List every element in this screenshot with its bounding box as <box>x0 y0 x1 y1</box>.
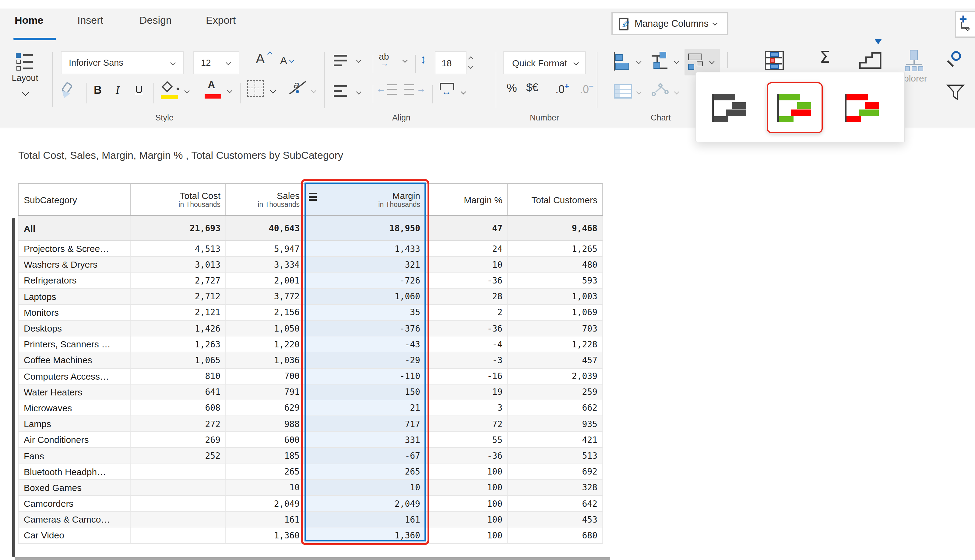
cell[interactable]: 269 <box>130 432 225 447</box>
row-label[interactable]: Boxed Games <box>18 480 130 495</box>
cell[interactable]: 988 <box>225 416 304 431</box>
shrink-font-button[interactable]: A <box>280 55 298 73</box>
line-chart-button-disabled[interactable] <box>652 83 670 100</box>
search-icon[interactable] <box>947 51 965 70</box>
clear-format-button[interactable]: a <box>289 79 309 100</box>
cell[interactable]: 9,468 <box>507 216 603 240</box>
cell[interactable]: 457 <box>507 353 603 368</box>
filter-funnel-icon[interactable] <box>947 84 965 101</box>
explorer-hierarchy-icon[interactable] <box>905 50 923 72</box>
bar-chart-button[interactable] <box>614 52 632 70</box>
cell[interactable]: -110 <box>304 368 425 383</box>
cell[interactable]: 642 <box>507 496 603 511</box>
cell[interactable]: -36 <box>425 273 507 288</box>
row-height-icon[interactable]: ↕ <box>420 52 426 66</box>
variance-option-neutral[interactable] <box>712 93 747 122</box>
cell[interactable]: 1,220 <box>225 337 304 352</box>
row-label[interactable]: Monitors <box>18 305 130 320</box>
cell[interactable] <box>130 480 225 495</box>
cell[interactable]: -36 <box>425 321 507 336</box>
font-color-button[interactable]: A <box>205 79 223 100</box>
cell[interactable]: 608 <box>130 400 225 415</box>
cell[interactable]: 717 <box>304 416 425 431</box>
row-height-input[interactable]: 18 <box>435 51 467 74</box>
add-measure-button-partial[interactable]: + <box>955 11 975 38</box>
cell[interactable]: -67 <box>304 448 425 463</box>
cell[interactable]: 2,049 <box>304 496 425 511</box>
cell[interactable]: 10 <box>425 257 507 272</box>
cell[interactable]: 703 <box>507 321 603 336</box>
cell[interactable] <box>130 464 225 479</box>
cell[interactable]: 1,060 <box>304 289 425 304</box>
cell[interactable]: 1,036 <box>225 353 304 368</box>
column-header-total-customers[interactable]: Total Customers <box>507 184 603 215</box>
cell[interactable]: 791 <box>225 384 304 399</box>
cell[interactable]: 1,228 <box>507 337 603 352</box>
cell[interactable]: 3,013 <box>130 257 225 272</box>
cell[interactable]: 100 <box>425 512 507 527</box>
tab-insert[interactable]: Insert <box>77 15 103 27</box>
borders-button[interactable] <box>247 80 264 97</box>
cell[interactable]: 641 <box>130 384 225 399</box>
cell[interactable]: 150 <box>304 384 425 399</box>
cell[interactable]: 265 <box>225 464 304 479</box>
table-chart-button-disabled[interactable] <box>614 84 632 98</box>
wrap-text-button[interactable]: ab → <box>379 51 401 72</box>
vertical-align-button[interactable] <box>334 55 350 68</box>
row-label[interactable]: Refrigerators <box>18 273 130 288</box>
cell[interactable]: 272 <box>130 416 225 431</box>
row-label[interactable]: Laptops <box>18 289 130 304</box>
tab-export[interactable]: Export <box>206 15 236 27</box>
row-label[interactable]: Washers & Dryers <box>18 257 130 272</box>
font-family-select[interactable]: Inforiver Sans <box>61 51 184 74</box>
cell[interactable]: 1,065 <box>130 353 225 368</box>
column-header-subcategory[interactable]: SubCategory <box>18 184 130 215</box>
cell[interactable]: 1,360 <box>304 528 425 543</box>
font-size-select[interactable]: 12 <box>193 51 239 74</box>
cell[interactable]: 810 <box>130 368 225 383</box>
cell[interactable]: 2 <box>425 305 507 320</box>
cell[interactable]: 680 <box>507 528 603 543</box>
cell[interactable]: 72 <box>425 416 507 431</box>
decrease-decimal-button[interactable]: .0− <box>580 82 594 96</box>
cell[interactable]: 3 <box>425 400 507 415</box>
cell[interactable]: 47 <box>425 216 507 240</box>
cell[interactable]: 480 <box>507 257 603 272</box>
cell[interactable]: 161 <box>225 512 304 527</box>
cell[interactable]: 2,727 <box>130 273 225 288</box>
cell[interactable]: 10 <box>225 480 304 495</box>
cell[interactable] <box>130 512 225 527</box>
column-header-sales[interactable]: Salesin Thousands <box>225 184 304 215</box>
waterfall-chart-button[interactable] <box>652 51 670 70</box>
variance-option-red-green[interactable] <box>845 93 880 122</box>
cell[interactable]: 600 <box>225 432 304 447</box>
cell[interactable]: -29 <box>304 353 425 368</box>
row-label[interactable]: Water Heaters <box>18 384 130 399</box>
cell[interactable]: -16 <box>425 368 507 383</box>
cell[interactable]: 513 <box>507 448 603 463</box>
column-header-margin[interactable]: Marginin Thousands <box>304 184 425 215</box>
sigma-total-icon[interactable]: Σ <box>820 47 830 66</box>
cell[interactable]: 1,426 <box>130 321 225 336</box>
row-label[interactable]: Car Video <box>18 528 130 543</box>
row-label[interactable]: Bluetooth Headph… <box>18 464 130 479</box>
cell[interactable]: 331 <box>304 432 425 447</box>
cell[interactable]: 1,050 <box>225 321 304 336</box>
cell[interactable]: 2,001 <box>225 273 304 288</box>
cell[interactable]: 100 <box>425 496 507 511</box>
cell[interactable]: 3,334 <box>225 257 304 272</box>
cell[interactable]: 100 <box>425 480 507 495</box>
currency-format-button[interactable]: $€ <box>526 82 539 94</box>
row-label[interactable]: Lamps <box>18 416 130 431</box>
increase-indent-button[interactable]: → <box>405 84 426 97</box>
horizontal-align-button[interactable] <box>334 85 350 98</box>
cell[interactable]: 265 <box>304 464 425 479</box>
cell[interactable]: -43 <box>304 337 425 352</box>
percent-format-button[interactable]: % <box>507 82 517 95</box>
cell[interactable] <box>130 496 225 511</box>
column-header-margin[interactable]: Margin % <box>425 184 507 215</box>
cell[interactable]: -36 <box>425 448 507 463</box>
cell[interactable]: 28 <box>425 289 507 304</box>
cell[interactable]: 18,950 <box>304 216 425 240</box>
cell[interactable]: 1,360 <box>225 528 304 543</box>
